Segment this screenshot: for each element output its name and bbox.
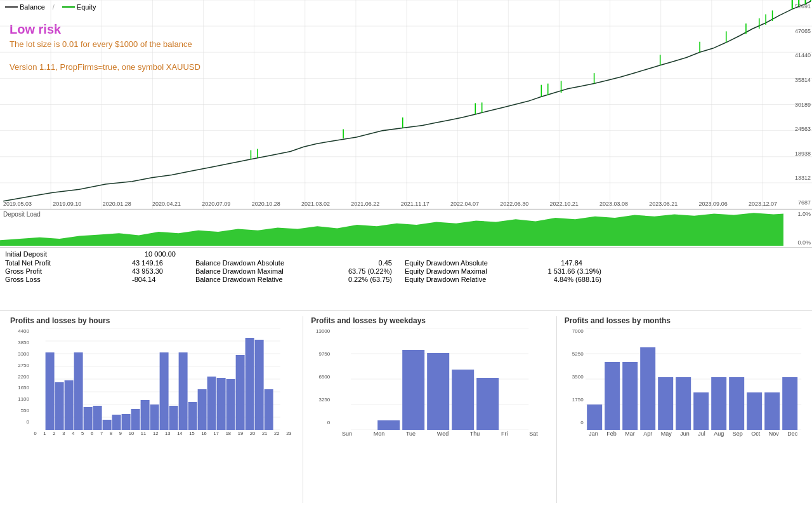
initial-deposit-row: Initial Deposit 10 000.00 xyxy=(5,250,807,258)
main-chart: 52691 47065 41440 35814 30189 24563 1893… xyxy=(0,0,812,209)
y-label-0: 13312 xyxy=(782,175,811,181)
svg-rect-105 xyxy=(747,392,762,430)
months-x-labels: Jan Feb Mar Apr May Jun Jul Aug Sep Oct … xyxy=(585,431,802,437)
svg-rect-56 xyxy=(55,382,64,430)
months-chart-wrapper: 7000 5250 3500 1750 0 xyxy=(565,328,802,437)
months-chart-container: Profits and losses by months 7000 5250 3… xyxy=(560,316,807,503)
svg-rect-59 xyxy=(84,407,93,430)
months-chart-title: Profits and losses by months xyxy=(565,316,802,325)
weekdays-chart-container: Profits and losses by weekdays 13000 975… xyxy=(306,316,553,503)
equity-drawdown-abs-value: 147.84 xyxy=(519,259,582,267)
y-axis-labels: 52691 47065 41440 35814 30189 24563 1893… xyxy=(780,0,812,209)
svg-rect-96 xyxy=(587,404,602,430)
y-label-3: 30189 xyxy=(782,102,811,108)
hours-chart-container: Profits and losses by hours 4400 3850 33… xyxy=(5,316,300,503)
svg-rect-55 xyxy=(46,352,55,430)
svg-rect-89 xyxy=(476,378,499,430)
svg-rect-101 xyxy=(676,377,691,430)
svg-rect-73 xyxy=(217,378,226,430)
initial-deposit-label: Initial Deposit xyxy=(5,250,145,258)
svg-rect-62 xyxy=(112,415,121,430)
svg-rect-98 xyxy=(622,362,638,430)
hours-chart-wrapper: 4400 3850 3300 2750 2200 1650 1100 550 0 xyxy=(10,328,295,436)
balance-drawdown-rel-label: Balance Drawdown Relative xyxy=(195,276,322,283)
equity-drawdown-max-label: Equity Drawdown Maximal xyxy=(392,267,519,275)
svg-rect-69 xyxy=(179,352,188,430)
svg-rect-64 xyxy=(131,409,140,430)
hours-chart-svg xyxy=(30,328,295,430)
svg-rect-68 xyxy=(169,406,178,430)
stats-row-1: Total Net Profit 43 149.16 Balance Drawd… xyxy=(5,259,807,267)
deposit-y-axis: 1.0% 0.0% xyxy=(785,210,812,247)
gross-profit-label: Gross Profit xyxy=(5,267,132,275)
svg-rect-74 xyxy=(226,379,235,430)
svg-rect-57 xyxy=(65,380,74,430)
legend-separator: / xyxy=(53,3,55,11)
equity-drawdown-rel-label: Equity Drawdown Relative xyxy=(392,276,519,283)
svg-rect-67 xyxy=(160,352,169,430)
svg-rect-106 xyxy=(764,392,780,430)
svg-rect-65 xyxy=(141,400,150,430)
svg-rect-99 xyxy=(640,347,655,430)
y-label-7: 52691 xyxy=(782,3,811,10)
balance-drawdown-max-value: 63.75 (0.22%) xyxy=(322,267,392,275)
svg-rect-72 xyxy=(207,377,216,430)
stats-row-2: Gross Profit 43 953.30 Balance Drawdown … xyxy=(5,267,807,275)
svg-rect-60 xyxy=(93,406,102,430)
svg-rect-71 xyxy=(198,389,207,430)
svg-rect-107 xyxy=(782,377,797,430)
svg-rect-85 xyxy=(377,420,400,430)
weekdays-x-labels: Sun Mon Tue Wed Thu Fri Sat xyxy=(331,431,548,437)
svg-rect-102 xyxy=(693,392,709,430)
deposit-load-area: Deposit Load 1.0% 0.0% xyxy=(0,209,812,247)
weekdays-chart-svg xyxy=(331,328,548,430)
x-axis-dates: 2019.05.03 2019.09.10 2020.01.28 2020.04… xyxy=(0,200,780,208)
svg-rect-87 xyxy=(427,353,449,430)
svg-rect-100 xyxy=(658,377,673,430)
hours-y-axis: 4400 3850 3300 2750 2200 1650 1100 550 0 xyxy=(10,328,29,425)
svg-rect-103 xyxy=(711,377,726,430)
bottom-charts-area: Profits and losses by hours 4400 3850 33… xyxy=(0,311,812,508)
gross-profit-value: 43 953.30 xyxy=(132,267,195,275)
total-net-profit-value: 43 149.16 xyxy=(132,259,195,267)
svg-rect-70 xyxy=(188,402,197,430)
balance-line-icon xyxy=(5,6,18,8)
gross-loss-value: -804.14 xyxy=(132,276,195,283)
svg-rect-77 xyxy=(255,340,264,430)
hours-chart-title: Profits and losses by hours xyxy=(10,316,295,325)
equity-drawdown-abs-label: Equity Drawdown Absolute xyxy=(392,259,519,267)
svg-rect-78 xyxy=(265,389,273,430)
balance-legend-label: Balance xyxy=(20,3,45,11)
y-label-6: 47065 xyxy=(782,28,811,34)
equity-legend-label: Equity xyxy=(77,3,96,11)
svg-rect-75 xyxy=(236,355,245,430)
y-label-base: 7687 xyxy=(782,199,811,206)
equity-drawdown-rel-value: 4.84% (688.16) xyxy=(519,276,601,283)
y-label-2: 24563 xyxy=(782,126,811,132)
gross-loss-label: Gross Loss xyxy=(5,276,132,283)
y-label-4: 35814 xyxy=(782,77,811,83)
equity-legend-item: Equity xyxy=(62,3,96,11)
deposit-load-svg xyxy=(0,211,783,246)
balance-drawdown-abs-label: Balance Drawdown Absolute xyxy=(195,259,322,267)
svg-marker-45 xyxy=(0,213,783,246)
divider-1 xyxy=(303,316,303,503)
weekdays-y-axis: 13000 9750 6500 3250 0 xyxy=(311,328,330,425)
weekdays-chart-wrapper: 13000 9750 6500 3250 0 xyxy=(311,328,548,437)
equity-line-icon xyxy=(62,6,75,8)
balance-drawdown-abs-value: 0.45 xyxy=(322,259,392,267)
total-net-profit-label: Total Net Profit xyxy=(5,259,132,267)
equity-drawdown-max-value: 1 531.66 (3.19%) xyxy=(519,267,601,275)
hours-x-labels: 0123 4567 891011 12131415 16171819 20212… xyxy=(30,431,295,436)
svg-rect-61 xyxy=(103,420,112,430)
stats-area: Initial Deposit 10 000.00 Total Net Prof… xyxy=(0,248,812,311)
balance-legend-item: Balance xyxy=(5,3,45,11)
divider-2 xyxy=(556,316,557,503)
initial-deposit-value: 10 000.00 xyxy=(145,250,208,258)
main-container: Balance / Equity Low risk The lot size i… xyxy=(0,0,812,508)
svg-rect-86 xyxy=(402,350,424,430)
balance-equity-chart-area: Balance / Equity Low risk The lot size i… xyxy=(0,0,812,248)
stats-row-3: Gross Loss -804.14 Balance Drawdown Rela… xyxy=(5,276,807,283)
months-y-axis: 7000 5250 3500 1750 0 xyxy=(565,328,584,425)
svg-rect-97 xyxy=(605,362,620,430)
